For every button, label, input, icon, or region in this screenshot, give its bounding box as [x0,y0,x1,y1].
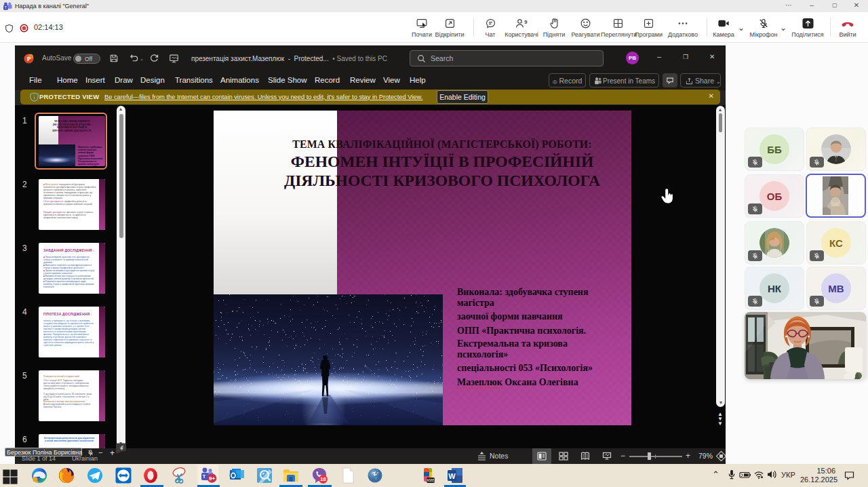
svg-text:√: √ [375,477,377,480]
svg-text:Σ: Σ [373,471,376,475]
svg-text:T: T [4,5,7,9]
svg-text:W: W [448,472,456,480]
svg-text:α: α [377,471,378,474]
svg-text:9+: 9+ [209,475,215,482]
svg-text:P: P [27,56,31,62]
svg-text:M365: M365 [427,479,435,482]
svg-text:T: T [203,474,206,479]
svg-text:18: 18 [320,476,326,482]
svg-text:9: 9 [524,18,527,24]
